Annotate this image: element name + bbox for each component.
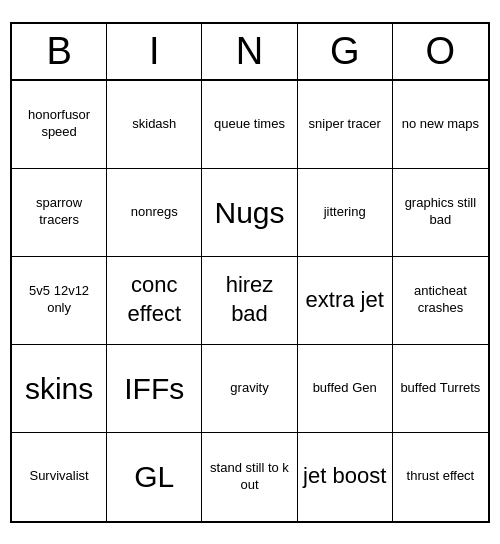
bingo-cell-3: sniper tracer [298,81,393,169]
bingo-letter-o: O [393,24,488,79]
bingo-cell-6: nonregs [107,169,202,257]
bingo-cell-16: IFFs [107,345,202,433]
bingo-cell-1: skidash [107,81,202,169]
bingo-cell-9: graphics still bad [393,169,488,257]
bingo-cell-8: jittering [298,169,393,257]
bingo-cell-23: jet boost [298,433,393,521]
bingo-cell-20: Survivalist [12,433,107,521]
bingo-cell-22: stand still to k out [202,433,297,521]
bingo-cell-4: no new maps [393,81,488,169]
bingo-cell-5: sparrow tracers [12,169,107,257]
bingo-cell-0: honorfusor speed [12,81,107,169]
bingo-header: BINGO [12,24,488,81]
bingo-cell-17: gravity [202,345,297,433]
bingo-cell-2: queue times [202,81,297,169]
bingo-cell-21: GL [107,433,202,521]
bingo-letter-n: N [202,24,297,79]
bingo-cell-19: buffed Turrets [393,345,488,433]
bingo-cell-7: Nugs [202,169,297,257]
bingo-letter-g: G [298,24,393,79]
bingo-letter-b: B [12,24,107,79]
bingo-cell-11: conc effect [107,257,202,345]
bingo-cell-13: extra jet [298,257,393,345]
bingo-letter-i: I [107,24,202,79]
bingo-cell-15: skins [12,345,107,433]
bingo-cell-12: hirez bad [202,257,297,345]
bingo-card: BINGO honorfusor speedskidashqueue times… [10,22,490,523]
bingo-cell-14: anticheat crashes [393,257,488,345]
bingo-grid: honorfusor speedskidashqueue timessniper… [12,81,488,521]
bingo-cell-10: 5v5 12v12 only [12,257,107,345]
bingo-cell-24: thrust effect [393,433,488,521]
bingo-cell-18: buffed Gen [298,345,393,433]
